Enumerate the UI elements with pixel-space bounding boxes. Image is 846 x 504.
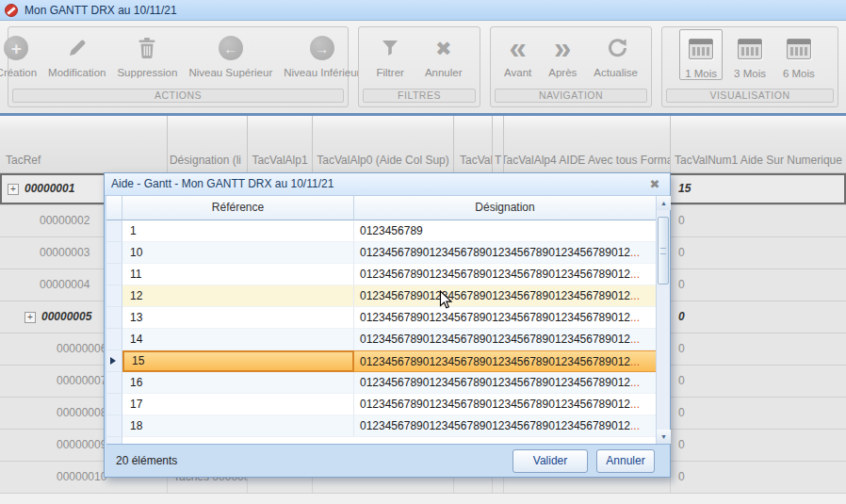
dialog-footer: 20 éléments Valider Annuler (106, 444, 670, 477)
funnel-icon (381, 31, 399, 65)
current-row-arrow-icon (110, 357, 116, 365)
one-month-button[interactable]: 1 Mois (679, 29, 723, 80)
reference-cell: 11 (122, 264, 354, 285)
calendar-icon (689, 39, 713, 59)
row-selector-cell (106, 242, 122, 264)
group-caption-actions: ACTIONS (12, 89, 344, 103)
task-ref: 00000003 (40, 237, 89, 268)
group-caption-visualisation: VISUALISATION (666, 89, 834, 103)
button-label: Avant (504, 67, 531, 78)
row-selector-cell (106, 415, 122, 437)
three-months-button[interactable]: 3 Mois (728, 29, 772, 80)
filtrer-button[interactable]: Filtrer (371, 29, 408, 78)
task-num-cell: 0 (671, 237, 846, 268)
column-header-tacvalalp1[interactable]: TacValAlp1 (248, 116, 313, 172)
expand-icon[interactable]: + (24, 312, 36, 323)
designation-cell: 0123456789012345678901234567890123456789… (354, 242, 656, 264)
apres-button[interactable]: » Après (544, 29, 581, 78)
dialog-column-designation[interactable]: Désignation (354, 196, 656, 220)
column-header-tacval[interactable]: TacVal (454, 116, 493, 172)
truncation-ellipsis: ... (630, 355, 640, 368)
button-label: Filtrer (376, 67, 403, 78)
application-window: Mon GANTT DRX au 10/11/21 + Création Mod… (0, 0, 846, 504)
column-header-tacvalalp4[interactable]: TacValAlp4 AIDE Avec tous Forma (504, 116, 671, 172)
task-num-cell: 0 (671, 269, 846, 301)
task-num-cell: 0 (671, 333, 846, 365)
group-caption-filtres: FILTRES (363, 89, 476, 103)
dialog-title: Aide - Gantt - Mon GANTT DRX au 10/11/21 (111, 177, 334, 190)
annuler-filtre-button[interactable]: ✖ Annuler (420, 29, 467, 78)
button-label: Modification (48, 67, 106, 78)
dialog-titlebar[interactable]: Aide - Gantt - Mon GANTT DRX au 10/11/21 (105, 173, 670, 196)
row-selector-cell (106, 394, 122, 415)
dialog-row[interactable]: 1501234567890123456789012345678901234567… (106, 350, 656, 372)
creation-button[interactable]: + Création (0, 29, 41, 78)
dialog-partial-row (106, 437, 656, 444)
niveau-inferieur-button[interactable]: → Niveau Inférieur (279, 29, 365, 78)
annuler-button[interactable]: Annuler (596, 449, 655, 473)
close-icon[interactable]: ✖ (646, 176, 663, 193)
truncation-ellipsis: ... (630, 289, 640, 302)
column-header-tacref[interactable]: TacRef (0, 116, 168, 172)
task-num-cell: 0 (671, 462, 846, 493)
task-num-cell: 0 (671, 398, 846, 429)
column-header-tacvalalp0[interactable]: TacValAlp0 (Aide Col Sup) (313, 116, 454, 172)
calendar-icon (787, 39, 811, 59)
truncation-ellipsis: ... (630, 333, 640, 346)
button-label: Suppression (117, 67, 177, 78)
chevrons-left-icon: « (509, 36, 526, 60)
column-header-designation[interactable]: Désignation (li (168, 116, 248, 172)
scroll-up-icon[interactable]: ▲ (657, 196, 671, 210)
task-num-cell: 0 (671, 205, 846, 236)
dialog-row[interactable]: 10123456789 (106, 220, 656, 242)
reference-cell: 13 (122, 307, 354, 329)
dialog-scrollbar[interactable]: ▲ ▼ (656, 196, 670, 444)
row-selector-cell (106, 350, 122, 372)
button-label: 6 Mois (783, 68, 815, 79)
trash-icon (137, 31, 157, 65)
dialog-row[interactable]: 1601234567890123456789012345678901234567… (106, 372, 656, 394)
dialog-column-reference[interactable]: Référence (122, 196, 354, 220)
chevrons-right-icon: » (554, 36, 571, 60)
arrow-right-circle-icon: → (310, 36, 334, 60)
expand-icon[interactable]: + (8, 184, 19, 195)
task-num-cell: 15 (671, 173, 846, 204)
window-titlebar: Mon GANTT DRX au 10/11/21 (0, 0, 846, 21)
truncation-ellipsis: ... (630, 419, 640, 432)
modification-button[interactable]: Modification (43, 29, 110, 78)
six-months-button[interactable]: 6 Mois (777, 29, 821, 80)
dialog-row[interactable]: 1301234567890123456789012345678901234567… (106, 307, 656, 329)
row-selector-header (106, 196, 122, 220)
plus-circle-icon: + (4, 36, 28, 60)
actualise-button[interactable]: Actualise (589, 29, 643, 78)
scrollbar-thumb[interactable] (658, 217, 669, 285)
dialog-row[interactable]: 1001234567890123456789012345678901234567… (106, 242, 656, 264)
x-icon: ✖ (435, 39, 452, 58)
button-label: Niveau Supérieur (188, 67, 272, 78)
avant-button[interactable]: « Avant (499, 29, 536, 78)
column-header-t[interactable]: T (493, 116, 504, 172)
reference-cell: 15 (122, 350, 354, 372)
button-label: Création (0, 67, 37, 78)
scroll-down-icon[interactable]: ▼ (657, 430, 671, 444)
designation-cell: 0123456789012345678901234567890123456789… (354, 264, 656, 285)
task-ref: 00000006 (57, 333, 106, 365)
dialog-row[interactable]: 1401234567890123456789012345678901234567… (106, 329, 656, 350)
dialog-row[interactable]: 1101234567890123456789012345678901234567… (106, 264, 656, 285)
button-label: 1 Mois (685, 68, 717, 79)
window-title: Mon GANTT DRX au 10/11/21 (24, 4, 177, 17)
dialog-row[interactable]: 1201234567890123456789012345678901234567… (106, 285, 656, 307)
ribbon-group-actions: + Création Modification (8, 26, 349, 107)
suppression-button[interactable]: Suppression (112, 29, 182, 78)
dialog-row[interactable]: 1801234567890123456789012345678901234567… (106, 415, 656, 437)
task-ref: 00000007 (57, 366, 106, 397)
reference-cell: 1 (122, 220, 354, 242)
column-header-tacvalnum1[interactable]: TacValNum1 Aide Sur Numerique (671, 116, 846, 172)
task-ref: 00000005 (41, 301, 91, 333)
dialog-row[interactable]: 1701234567890123456789012345678901234567… (106, 394, 656, 415)
valider-button[interactable]: Valider (512, 449, 588, 473)
calendar-icon (738, 39, 762, 59)
reference-cell: 17 (122, 394, 354, 415)
niveau-superieur-button[interactable]: ← Niveau Supérieur (184, 29, 277, 78)
truncation-ellipsis: ... (630, 246, 640, 259)
